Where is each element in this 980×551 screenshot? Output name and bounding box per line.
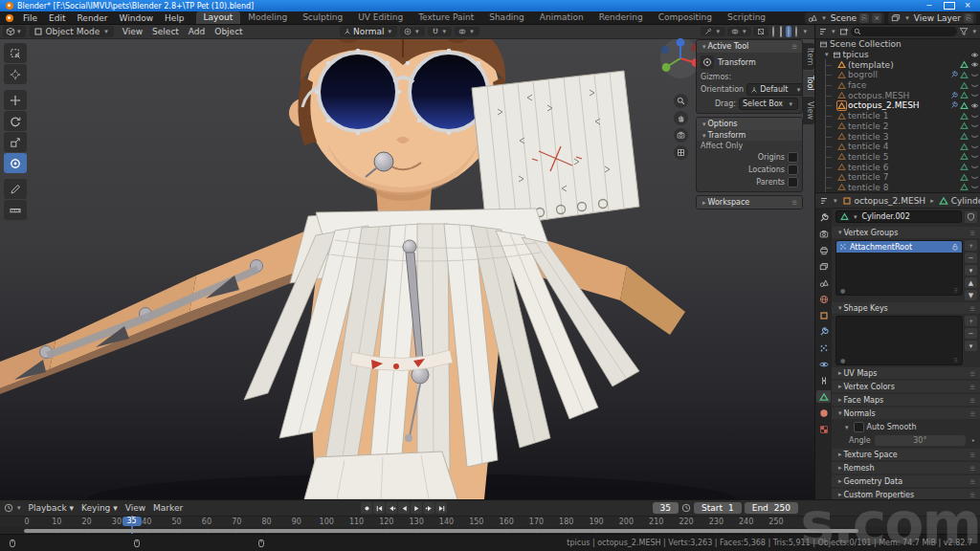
toggle-checkbox-parents[interactable] bbox=[788, 177, 798, 187]
filter-icon[interactable] bbox=[959, 27, 969, 36]
properties-tab-modifiers[interactable] bbox=[816, 325, 831, 338]
tool-measure[interactable] bbox=[4, 200, 27, 220]
outliner-row-tenticle-8[interactable]: tenticle 8 bbox=[815, 183, 980, 192]
workspace-tab-scripting[interactable]: Scripting bbox=[720, 11, 773, 24]
record-button[interactable] bbox=[361, 502, 372, 514]
toggle-checkbox-origins[interactable] bbox=[788, 152, 798, 163]
key-next-button[interactable] bbox=[423, 502, 434, 514]
vertex-groups-header[interactable]: ▾Vertex Groups☰ bbox=[832, 227, 980, 238]
auto-keyframe-clock-icon[interactable] bbox=[681, 503, 691, 513]
sidebar-tab-tool[interactable]: Tool bbox=[803, 71, 814, 96]
datablock-name-field[interactable]: ▾ Cylinder.002 bbox=[835, 210, 962, 223]
options-panel-header[interactable]: ▾Options bbox=[697, 118, 802, 130]
shape-keys-list[interactable]: ●⠿ bbox=[835, 316, 963, 365]
tool-select-box[interactable] bbox=[4, 43, 27, 63]
tool-scale[interactable] bbox=[4, 132, 27, 152]
show-gizmo-dropdown[interactable]: ▾ bbox=[701, 27, 725, 36]
visibility-toggle-icon[interactable] bbox=[970, 91, 979, 99]
drag-dropdown[interactable]: Select Box▾ bbox=[739, 98, 798, 110]
tool-annotate[interactable] bbox=[4, 179, 27, 199]
outliner-row--template-[interactable]: (template) bbox=[815, 59, 980, 70]
properties-tab-data[interactable] bbox=[816, 390, 831, 403]
outliner-row-octopus-2-mesh[interactable]: octopus_2.MESH bbox=[815, 100, 980, 111]
menu-help[interactable]: Help bbox=[159, 13, 190, 23]
visibility-toggle-icon[interactable] bbox=[970, 173, 979, 182]
workspace-tab-uv-editing[interactable]: UV Editing bbox=[350, 11, 411, 24]
shading-wireframe-button[interactable] bbox=[770, 26, 776, 37]
sidebar-tab-view[interactable]: View bbox=[803, 97, 814, 124]
vertex-group-item[interactable]: AttachmentRoot bbox=[836, 241, 962, 253]
timeline-menu-marker[interactable]: Marker bbox=[149, 503, 187, 513]
menu-file[interactable]: File bbox=[17, 13, 43, 23]
unlink-scene-button[interactable]: × bbox=[872, 13, 881, 23]
section-geometry-data[interactable]: ▸Geometry Data☰ bbox=[832, 475, 980, 487]
xray-toggle[interactable] bbox=[753, 27, 768, 36]
shape-keys-header[interactable]: ▾Shape Keys☰ bbox=[832, 302, 980, 314]
ortho-toggle-button[interactable] bbox=[674, 145, 688, 160]
properties-tab-output[interactable] bbox=[816, 244, 831, 256]
properties-editor-icon[interactable] bbox=[819, 196, 829, 206]
timeline-menu-view[interactable]: View bbox=[122, 503, 149, 513]
viewport-3d[interactable]: ▾ Object Mode▾ ViewSelectAddObject Norma… bbox=[0, 25, 814, 499]
camera-view-button[interactable] bbox=[674, 128, 688, 143]
properties-tab-texture[interactable] bbox=[816, 423, 831, 435]
visibility-toggle-icon[interactable] bbox=[970, 121, 979, 130]
vertex-group-move-up-button[interactable]: ▲ bbox=[965, 277, 977, 288]
angle-value-field[interactable]: 30° bbox=[875, 435, 966, 446]
menu-window[interactable]: Window bbox=[114, 13, 160, 23]
outliner-row-tenticle-7[interactable]: tenticle 7 bbox=[815, 172, 980, 183]
properties-tab-scene[interactable] bbox=[816, 276, 831, 289]
workspace-tab-compositing[interactable]: Compositing bbox=[651, 11, 720, 24]
viewport-menu-add[interactable]: Add bbox=[184, 27, 210, 36]
outliner-row-bogroll[interactable]: bogroll bbox=[815, 70, 980, 80]
visibility-toggle-icon[interactable] bbox=[970, 183, 979, 191]
timeline-editor-icon[interactable] bbox=[4, 503, 13, 513]
view-layer-selector[interactable]: ▾ View Layer ⎘ bbox=[888, 12, 976, 24]
pan-button[interactable] bbox=[674, 111, 688, 125]
visibility-toggle-icon[interactable] bbox=[970, 81, 979, 90]
timeline-menu-playback[interactable]: Playback ▾ bbox=[25, 503, 78, 513]
scene-selector[interactable]: ▾ Scene ⎘ × bbox=[805, 12, 884, 24]
outliner-row-collection[interactable]: ▾tpicus bbox=[815, 50, 980, 60]
outliner-row-tenticle-1[interactable]: tenticle 1 bbox=[815, 111, 980, 121]
shading-material-button[interactable] bbox=[786, 26, 791, 37]
section-vertex-colors[interactable]: ▸Vertex Colors☰ bbox=[832, 381, 980, 392]
shading-rendered-button[interactable] bbox=[793, 26, 799, 37]
zoom-button[interactable] bbox=[674, 94, 688, 108]
snapping-dropdown[interactable]: ▾ bbox=[428, 27, 453, 36]
breadcrumb-object[interactable]: octopus_2.MESH bbox=[855, 196, 926, 206]
visibility-toggle-icon[interactable] bbox=[970, 60, 979, 69]
visibility-toggle-icon[interactable] bbox=[970, 152, 979, 161]
proportional-editing-dropdown[interactable]: ▾ bbox=[455, 27, 479, 36]
workspace-panel-header[interactable]: ▸Workspace☰ bbox=[697, 196, 802, 209]
angle-animate-button[interactable]: • bbox=[971, 437, 975, 445]
overlays-dropdown[interactable]: ▾ bbox=[727, 27, 752, 36]
outliner-row-scene-collection[interactable]: Scene Collection bbox=[815, 39, 980, 50]
tool-transform[interactable] bbox=[4, 153, 27, 173]
vertex-group-add-button[interactable]: ＋ bbox=[965, 240, 977, 251]
normals-header[interactable]: ▾Normals☰ bbox=[832, 408, 980, 419]
section-remesh[interactable]: ▸Remesh☰ bbox=[832, 462, 980, 474]
new-collection-icon[interactable] bbox=[839, 27, 849, 36]
vertex-group-move-down-button[interactable]: ▼ bbox=[965, 290, 977, 300]
tool-move[interactable] bbox=[4, 90, 27, 110]
transform-orientation-dropdown[interactable]: Normal▾ bbox=[340, 26, 397, 37]
display-mode-icon[interactable] bbox=[818, 27, 828, 36]
timeline-scrollbar[interactable] bbox=[24, 529, 858, 533]
visibility-toggle-icon[interactable] bbox=[970, 163, 979, 171]
maximize-button[interactable] bbox=[944, 1, 953, 11]
jump-end-button[interactable] bbox=[435, 502, 447, 514]
properties-tab-particles[interactable] bbox=[816, 342, 831, 354]
minimize-button[interactable]: ─ bbox=[924, 1, 934, 11]
close-button[interactable]: × bbox=[963, 1, 972, 11]
vertex-groups-list[interactable]: AttachmentRoot ●⠿ bbox=[835, 240, 963, 296]
outliner-row-tenticle-2[interactable]: tenticle 2 bbox=[815, 121, 980, 132]
lock-icon[interactable] bbox=[951, 243, 959, 251]
tool-rotate[interactable] bbox=[4, 111, 27, 131]
vertex-group-remove-button[interactable]: − bbox=[965, 253, 977, 263]
timeline-menu-keying[interactable]: Keying ▾ bbox=[78, 503, 122, 513]
properties-tab-object[interactable] bbox=[816, 309, 831, 321]
properties-tab-render[interactable] bbox=[816, 228, 831, 240]
current-frame-indicator[interactable]: 35 bbox=[122, 517, 142, 526]
viewport-menu-view[interactable]: View bbox=[118, 27, 147, 36]
